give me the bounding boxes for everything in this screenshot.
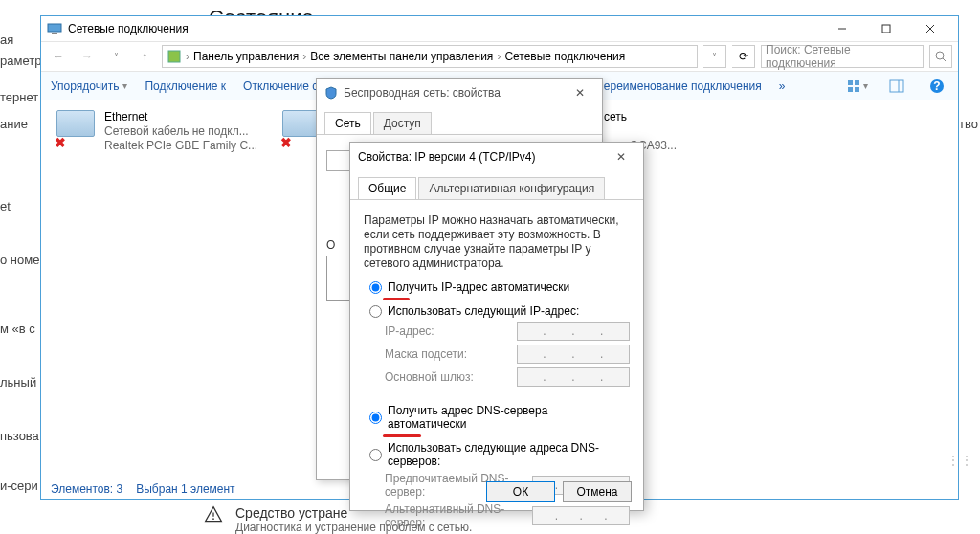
item-name: сеть [604, 110, 677, 124]
maximize-button[interactable] [864, 16, 908, 41]
control-panel-icon [167, 49, 182, 64]
radio-dns-auto[interactable]: Получить адрес DNS-сервера автоматически [369, 404, 630, 431]
tab-strip: Сеть Доступ [317, 106, 602, 135]
bg-text: и-сери [0, 478, 38, 493]
back-button[interactable]: ← [47, 45, 70, 68]
cancel-button[interactable]: Отмена [563, 481, 632, 502]
selection-count: Выбран 1 элемент [136, 482, 234, 496]
svg-rect-10 [855, 80, 859, 85]
svg-rect-13 [890, 80, 903, 92]
mask-label: Маска подсети: [385, 347, 517, 361]
radio-input[interactable] [369, 305, 382, 318]
subnet-mask-field: ... [517, 345, 630, 364]
radio-input[interactable] [369, 281, 382, 294]
dialog-title: Беспроводная сеть: свойства [344, 86, 560, 100]
svg-point-7 [936, 52, 944, 59]
gateway-field: ... [517, 367, 630, 387]
svg-text:?: ? [933, 79, 940, 93]
tab-strip: Общие Альтернативная конфигурация [350, 171, 643, 200]
item-name: Ethernet [104, 110, 257, 124]
bg-text: о номе [0, 253, 39, 267]
view-menu[interactable]: ▾ [845, 75, 868, 98]
bg-text: ая [0, 33, 13, 47]
ip-label: IP-адрес: [385, 324, 517, 338]
help-button[interactable]: ? [925, 75, 948, 98]
troubleshooter-title: Средство устране [235, 505, 472, 521]
search-text: Поиск: Сетевые подключения [766, 43, 919, 70]
alternate-dns-field: ... [532, 506, 630, 525]
tab-alternate[interactable]: Альтернативная конфигурация [418, 177, 605, 199]
network-icon [47, 21, 62, 36]
breadcrumb[interactable]: Все элементы панели управления [310, 50, 493, 63]
minimize-button[interactable] [820, 16, 864, 41]
bg-text: льный [0, 375, 36, 389]
ok-button[interactable]: ОК [486, 481, 555, 502]
bg-text: раметр [0, 54, 41, 68]
tab-access[interactable]: Доступ [373, 112, 432, 134]
address-bar[interactable]: › Панель управления › Все элементы панел… [162, 45, 698, 68]
breadcrumb[interactable]: Сетевые подключения [504, 50, 625, 63]
rename-button[interactable]: Переименование подключения [595, 79, 762, 93]
gateway-label: Основной шлюз: [385, 370, 517, 384]
svg-rect-9 [848, 80, 853, 85]
dialog-titlebar[interactable]: Беспроводная сеть: свойства ✕ [317, 79, 602, 106]
forward-button[interactable]: → [76, 45, 99, 68]
search-button[interactable] [929, 45, 952, 68]
radio-input[interactable] [369, 412, 382, 424]
close-button[interactable]: ✕ [607, 146, 635, 167]
shield-icon [324, 86, 338, 100]
radio-label: Использовать следующий IP-адрес: [388, 304, 579, 318]
svg-rect-6 [168, 51, 180, 62]
bg-text: тернет [0, 90, 38, 104]
svg-rect-11 [848, 87, 853, 92]
organize-menu[interactable]: Упорядочить ▾ [51, 79, 127, 93]
svg-point-18 [212, 518, 214, 520]
description-text: Параметры IP можно назначать автоматичес… [364, 213, 630, 271]
connect-to-button[interactable]: Подключение к [145, 79, 226, 93]
ethernet-icon: ✖ [56, 110, 97, 146]
dialog-titlebar[interactable]: Свойства: IP версии 4 (TCP/IPv4) ✕ [350, 143, 643, 171]
item-status: Сетевой кабель не подкл... [104, 124, 257, 139]
tab-network[interactable]: Сеть [324, 112, 371, 134]
radio-dns-manual[interactable]: Использовать следующие адреса DNS-сервер… [369, 441, 630, 468]
error-x-icon: ✖ [280, 135, 296, 150]
refresh-button[interactable]: ⟳ [732, 45, 755, 68]
error-x-icon: ✖ [55, 135, 70, 150]
radio-label: Получить IP-адрес автоматически [388, 280, 569, 294]
ip-address-field: ... [517, 322, 630, 341]
highlight-marker [383, 434, 421, 437]
bg-text: пьзова⁠ [0, 429, 39, 443]
radio-label: Получить адрес DNS-сервера автоматически [388, 404, 630, 431]
window-title: Сетевые подключения [68, 22, 820, 35]
search-icon [935, 51, 947, 62]
svg-rect-1 [52, 33, 57, 34]
titlebar[interactable]: Сетевые подключения [41, 16, 958, 41]
radio-input[interactable] [369, 449, 382, 461]
item-device: Realtek PCIe GBE Family C... [104, 139, 257, 153]
up-button[interactable]: ↑ [133, 45, 156, 68]
more-menu[interactable]: » [779, 79, 786, 93]
ipv4-properties-dialog: Свойства: IP версии 4 (TCP/IPv4) ✕ Общие… [349, 142, 644, 511]
network-item-ethernet[interactable]: ✖ Ethernet Сетевой кабель не подкл... Re… [56, 110, 257, 153]
breadcrumb[interactable]: Панель управления [193, 50, 299, 63]
svg-rect-12 [855, 87, 859, 92]
dialog-title: Свойства: IP версии 4 (TCP/IPv4) [358, 150, 601, 164]
resize-grip-icon[interactable]: ⋮⋮ [947, 454, 974, 467]
recent-button[interactable]: ˅ [104, 45, 127, 68]
svg-rect-0 [48, 24, 61, 32]
radio-label: Использовать следующие адреса DNS-сервер… [388, 441, 630, 468]
troubleshooter-link[interactable]: Средство устране Диагностика и устранени… [203, 505, 472, 534]
close-button[interactable] [908, 16, 952, 41]
radio-ip-manual[interactable]: Использовать следующий IP-адрес: [369, 304, 630, 318]
highlight-marker [383, 298, 410, 300]
nav-bar: ← → ˅ ↑ › Панель управления › Все элемен… [41, 41, 958, 72]
bg-text: м «в с [0, 322, 35, 336]
search-input[interactable]: Поиск: Сетевые подключения [761, 45, 924, 68]
bg-text: ание [0, 117, 28, 131]
troubleshooter-subtitle: Диагностика и устранение проблем с сетью… [235, 521, 472, 534]
preview-pane-button[interactable] [885, 75, 908, 98]
close-button[interactable]: ✕ [566, 82, 594, 103]
radio-ip-auto[interactable]: Получить IP-адрес автоматически [369, 280, 630, 294]
address-dropdown[interactable]: ˅ [703, 45, 726, 68]
tab-general[interactable]: Общие [358, 177, 416, 199]
